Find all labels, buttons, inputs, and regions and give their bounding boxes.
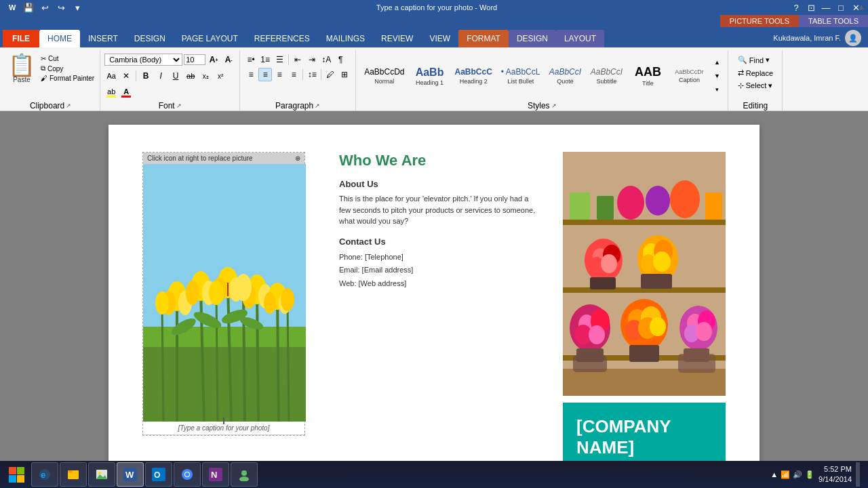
increase-indent-button[interactable]: ⇥ (305, 53, 319, 66)
tab-format[interactable]: FORMAT (458, 30, 509, 47)
taskbar-chrome[interactable] (174, 462, 201, 487)
taskbar-photos[interactable] (88, 462, 115, 487)
volume-icon[interactable]: 🔊 (793, 470, 802, 479)
tab-insert[interactable]: INSERT (80, 30, 126, 47)
styles-scroll-buttons[interactable]: ▲ ▼ ▾ (710, 54, 724, 98)
style-subtitle[interactable]: AaBbCcI Subtitle (586, 64, 627, 86)
tab-home[interactable]: HOME (39, 30, 80, 47)
font-size-input[interactable] (184, 54, 205, 65)
font-grow-button[interactable]: A+ (207, 53, 220, 66)
tab-design[interactable]: DESIGN (126, 30, 174, 47)
replace-button[interactable]: ⇄ Replace (735, 67, 776, 79)
photo-container[interactable]: Click icon at right to replace picture ⊕ (142, 152, 305, 436)
tab-view[interactable]: VIEW (421, 30, 458, 47)
window-controls[interactable]: ? ⊡ — □ ✕ (789, 1, 863, 14)
minimize-button[interactable]: — (819, 1, 833, 14)
superscript-button[interactable]: x² (214, 69, 227, 83)
borders-button[interactable]: ⊞ (338, 68, 351, 81)
font-color-button[interactable]: A (119, 85, 133, 99)
tab-references[interactable]: REFERENCES (246, 30, 318, 47)
tab-file[interactable]: FILE (3, 30, 39, 47)
copy-button[interactable]: ⧉ Copy (39, 64, 96, 73)
select-button[interactable]: ⊹ Select ▾ (735, 80, 776, 92)
paste-button[interactable]: 📋 Paste (5, 53, 38, 85)
phone-info[interactable]: Phone: [Telephone] (339, 251, 536, 264)
start-button[interactable] (3, 462, 30, 487)
subscript-button[interactable]: x₂ (199, 69, 212, 83)
styles-more[interactable]: ▾ (710, 83, 724, 96)
font-shrink-button[interactable]: A- (222, 53, 235, 66)
tab-layout[interactable]: LAYOUT (556, 30, 604, 47)
format-painter-button[interactable]: 🖌 Format Painter (39, 74, 96, 83)
style-normal[interactable]: AaBbCcDd Normal (360, 64, 408, 86)
italic-button[interactable]: I (154, 69, 167, 83)
align-center-button[interactable]: ≡ (258, 68, 272, 81)
para-row1[interactable]: ≡• 1≡ ☰ ⇤ ⇥ ↕A ¶ (244, 53, 351, 66)
tab-mailings[interactable]: MAILINGS (318, 30, 373, 47)
tray-arrow[interactable]: ▲ (770, 470, 778, 479)
find-dropdown[interactable]: ▾ (766, 56, 770, 64)
style-title[interactable]: AAB Title (627, 62, 668, 89)
bold-button[interactable]: B (139, 69, 153, 83)
text-highlight-button[interactable]: ab (104, 85, 118, 99)
customize-qa-button[interactable]: ▾ (71, 1, 84, 14)
para-row2[interactable]: ≡ ≡ ≡ ≡ ↕≡ 🖊 ⊞ (244, 68, 351, 81)
taskbar-onenote[interactable]: N (202, 462, 229, 487)
sort-button[interactable]: ↕A (319, 53, 333, 66)
web-info[interactable]: Web: [Web address] (339, 277, 536, 291)
redo-button[interactable]: ↪ (54, 1, 68, 14)
paragraph-expand-icon[interactable]: ↗ (315, 102, 320, 109)
system-tray[interactable]: ▲ 📶 🔊 🔋 (770, 470, 814, 479)
align-left-button[interactable]: ≡ (244, 68, 258, 81)
styles-expand-icon[interactable]: ↗ (551, 102, 557, 109)
taskbar-word[interactable]: W (117, 462, 144, 487)
styles-scroll-up[interactable]: ▲ (710, 56, 724, 69)
maximize-button[interactable]: □ (834, 1, 848, 14)
resize-handle[interactable] (223, 418, 224, 424)
change-case-button[interactable]: Aa (104, 69, 118, 83)
style-quote[interactable]: AaBbCcI Quote (545, 64, 585, 86)
line-spacing-button[interactable]: ↕≡ (305, 68, 319, 81)
decrease-indent-button[interactable]: ⇤ (291, 53, 304, 66)
font-name-select[interactable]: Cambria (Body) (104, 54, 182, 66)
paragraph-controls[interactable]: ≡• 1≡ ☰ ⇤ ⇥ ↕A ¶ ≡ ≡ ≡ ≡ ↕≡ 🖊 ⊞ (244, 50, 351, 81)
style-heading2[interactable]: AaBbCcC Heading 2 (451, 64, 496, 86)
taskbar-avatar[interactable] (231, 462, 258, 487)
clock[interactable]: 5:52 PM 9/14/2014 (818, 464, 852, 485)
undo-button[interactable]: ↩ (38, 1, 52, 14)
styles-scroll-down[interactable]: ▼ (710, 69, 724, 83)
multilevel-button[interactable]: ☰ (273, 53, 286, 66)
show-marks-button[interactable]: ¶ (334, 53, 347, 66)
font-controls[interactable]: Cambria (Body) A+ A- Aa ✕ B I U ab x₂ x² (104, 50, 235, 100)
font-format-row[interactable]: Aa ✕ B I U ab x₂ x² (104, 69, 235, 83)
font-name-row[interactable]: Cambria (Body) A+ A- (104, 53, 235, 66)
show-desktop-button[interactable] (856, 462, 860, 487)
tab-page-layout[interactable]: PAGE LAYOUT (174, 30, 246, 47)
email-info[interactable]: Email: [Email address] (339, 264, 536, 277)
font-expand-icon[interactable]: ↗ (176, 102, 182, 109)
ribbon-tabs[interactable]: FILE HOME INSERT DESIGN PAGE LAYOUT REFE… (0, 27, 868, 47)
collapse-ribbon-button[interactable]: ▲ (858, 3, 865, 11)
align-right-button[interactable]: ≡ (273, 68, 286, 81)
editing-controls[interactable]: 🔍 Find ▾ ⇄ Replace ⊹ Select ▾ (735, 50, 776, 92)
tab-review[interactable]: REVIEW (373, 30, 421, 47)
underline-button[interactable]: U (169, 69, 182, 83)
tab-design2[interactable]: DESIGN (509, 30, 556, 47)
clipboard-right[interactable]: ✂ Cut ⧉ Copy 🖌 Format Painter (39, 53, 96, 83)
strikethrough-button[interactable]: ab (184, 69, 197, 83)
style-heading1[interactable]: AaBb Heading 1 (410, 63, 450, 88)
document-page[interactable]: Click icon at right to replace picture ⊕ (108, 125, 760, 472)
replace-photo-icon[interactable]: ⊕ (295, 155, 300, 162)
justify-button[interactable]: ≡ (287, 68, 300, 81)
style-list-bullet[interactable]: • AaBbCcL List Bullet (497, 64, 545, 86)
bullets-button[interactable]: ≡• (244, 53, 258, 66)
photo-image[interactable] (143, 164, 306, 422)
cut-button[interactable]: ✂ Cut (39, 54, 96, 63)
styles-content[interactable]: AaBbCcDd Normal AaBb Heading 1 AaBbCcC H… (360, 50, 724, 101)
find-button[interactable]: 🔍 Find ▾ (735, 54, 776, 66)
save-button[interactable]: 💾 (22, 1, 35, 14)
taskbar-outlook[interactable]: O (145, 462, 172, 487)
shading-button[interactable]: 🖊 (323, 68, 337, 81)
about-us-text[interactable]: This is the place for your 'elevator pit… (339, 193, 536, 227)
restore-button[interactable]: ⊡ (804, 1, 818, 14)
